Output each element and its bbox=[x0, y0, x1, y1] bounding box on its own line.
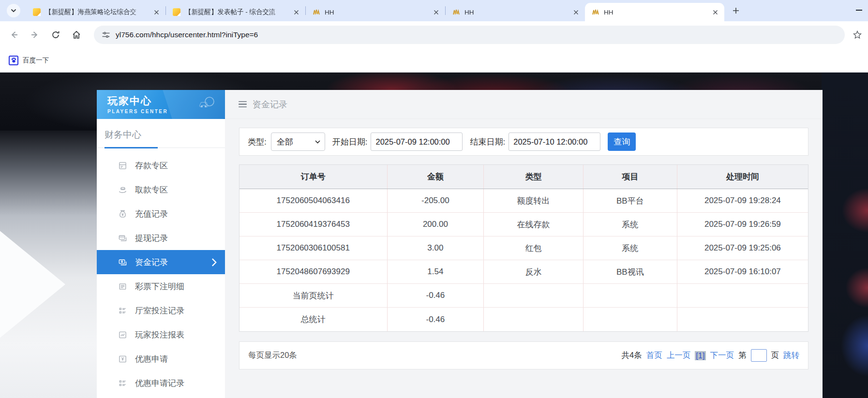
site-info-icon[interactable] bbox=[102, 30, 110, 39]
forward-arrow-icon bbox=[30, 30, 40, 40]
cell-time: 2025-07-09 19:26:59 bbox=[677, 213, 808, 236]
type-select[interactable]: 全部 bbox=[271, 133, 325, 151]
tab-close-icon[interactable] bbox=[152, 8, 161, 16]
cell-time: 2025-07-09 19:25:06 bbox=[677, 236, 808, 260]
chevron-right-icon bbox=[210, 258, 219, 267]
tab-close-icon[interactable] bbox=[572, 8, 580, 16]
sidebar-item-deposit[interactable]: 存款专区 bbox=[97, 153, 225, 177]
table-row-total-stats: 总统计 -0.46 bbox=[239, 308, 808, 331]
address-bar[interactable]: yl756.com/hhcp/usercenter.html?iniType=6 bbox=[94, 26, 845, 44]
home-button[interactable] bbox=[70, 29, 83, 41]
hh-favicon-icon bbox=[452, 8, 460, 16]
table-row: 1752060504063416 -205.00 额度转出 BB平台 2025-… bbox=[239, 189, 808, 213]
detailed-list-icon bbox=[118, 306, 127, 315]
detailed-list-icon bbox=[118, 379, 127, 388]
page-title: 资金记录 bbox=[253, 99, 287, 110]
start-date-input[interactable] bbox=[371, 133, 463, 151]
sidebar-item-funds-records[interactable]: 资金记录 bbox=[97, 250, 225, 274]
chevron-down-icon bbox=[11, 9, 16, 13]
browser-toolbar: yl756.com/hhcp/usercenter.html?iniType=6 bbox=[0, 21, 868, 48]
bookmark-baidu[interactable]: 百度一下 bbox=[9, 56, 49, 65]
home-icon bbox=[72, 30, 81, 40]
hh-favicon-icon bbox=[313, 8, 320, 16]
table-header-row: 订单号 金额 类型 项目 处理时间 bbox=[239, 165, 808, 189]
cell-type: 额度转出 bbox=[484, 189, 584, 212]
sidebar-item-player-bet-report[interactable]: 玩家投注报表 bbox=[97, 323, 225, 347]
reload-button[interactable] bbox=[49, 29, 62, 41]
web-page: 玩家中心 PLAYERS CENTER 财务中心 存款专区 取款专区 bbox=[0, 73, 868, 398]
sidebar-item-withdraw[interactable]: 取款专区 bbox=[97, 177, 225, 202]
cell-amount: -205.00 bbox=[388, 189, 484, 212]
tab-title: HH bbox=[604, 9, 707, 16]
sidebar-item-hall-bet-records[interactable]: 厅室投注记录 bbox=[97, 298, 225, 323]
cell-amount: 3.00 bbox=[388, 236, 484, 260]
sidebar-item-lottery-bet-detail[interactable]: 彩票下注明细 bbox=[97, 274, 225, 298]
tab-close-icon[interactable] bbox=[711, 8, 719, 16]
pagination-bar: 每页显示20条 共4条 首页 上一页 [1] 下一页 第 页 跳转 bbox=[239, 341, 808, 369]
tab-forum-post[interactable]: 【新提醒】发表帖子 - 综合交流 bbox=[166, 3, 305, 21]
browser-window: 【新提醒】海燕策略论坛综合交 【新提醒】发表帖子 - 综合交流 HH HH bbox=[0, 0, 868, 398]
tab-hh-2[interactable]: HH bbox=[446, 3, 585, 21]
page-jump-suffix: 页 bbox=[771, 350, 779, 361]
total-count: 共4条 bbox=[621, 350, 642, 361]
cell-amount: 1.54 bbox=[388, 260, 484, 283]
tab-search-button[interactable] bbox=[7, 4, 20, 17]
cell-project: BB平台 bbox=[584, 189, 677, 212]
tab-forum-thread[interactable]: 【新提醒】海燕策略论坛综合交 bbox=[26, 3, 165, 21]
tab-title: 【新提醒】发表帖子 - 综合交流 bbox=[185, 8, 288, 16]
end-date-label: 结束日期: bbox=[470, 136, 505, 147]
next-page-link[interactable]: 下一页 bbox=[710, 350, 734, 361]
cards-icon bbox=[118, 234, 127, 243]
forward-button[interactable] bbox=[29, 29, 41, 41]
start-date-label: 开始日期: bbox=[332, 136, 368, 147]
gamepad-icon bbox=[196, 96, 215, 110]
tab-close-icon[interactable] bbox=[292, 8, 300, 16]
main-header: 资金记录 bbox=[225, 90, 823, 119]
pagination-controls: 共4条 首页 上一页 [1] 下一页 第 页 跳转 bbox=[621, 349, 799, 362]
cell-amount: -0.46 bbox=[388, 308, 484, 331]
jump-link[interactable]: 跳转 bbox=[783, 350, 799, 361]
page-jump-prefix: 第 bbox=[738, 350, 747, 361]
cell-order-no: 1752048607693929 bbox=[239, 260, 388, 283]
current-page-indicator[interactable]: [1] bbox=[695, 351, 705, 360]
cell-order-no: 1752060504063416 bbox=[239, 189, 388, 212]
sidebar-item-recharge-records[interactable]: 充值记录 bbox=[97, 202, 225, 226]
cell-stats-label: 总统计 bbox=[239, 308, 388, 331]
cell-time: 2025-07-09 19:28:24 bbox=[677, 189, 808, 212]
forum-favicon-icon bbox=[173, 8, 180, 16]
cell-order-no: 1752060306100581 bbox=[239, 236, 388, 260]
search-button[interactable]: 查询 bbox=[608, 133, 636, 151]
page-size-text: 每页显示20条 bbox=[248, 350, 297, 361]
sidebar-item-withdrawal-records[interactable]: 提现记录 bbox=[97, 226, 225, 250]
first-page-link[interactable]: 首页 bbox=[646, 350, 662, 361]
cell-empty bbox=[677, 284, 808, 307]
sidebar-menu: 存款专区 取款专区 充值记录 提现记录 bbox=[97, 148, 225, 395]
receipt-list-icon bbox=[118, 282, 127, 291]
back-button[interactable] bbox=[8, 29, 20, 41]
sidebar-item-promo-apply[interactable]: 优惠申请 bbox=[97, 347, 225, 371]
tab-hh-active[interactable]: HH bbox=[585, 3, 724, 21]
cell-time: 2025-07-09 16:10:07 bbox=[677, 260, 808, 283]
prev-page-link[interactable]: 上一页 bbox=[667, 350, 691, 361]
reload-icon bbox=[51, 30, 60, 40]
bookmark-star-button[interactable] bbox=[852, 29, 863, 41]
main-panel: 资金记录 类型: 全部 开始日期: 结束日期: 查询 bbox=[225, 90, 823, 398]
sidebar-header: 玩家中心 PLAYERS CENTER bbox=[97, 90, 225, 119]
background-right-blobs bbox=[822, 73, 868, 398]
minimize-icon[interactable] bbox=[856, 10, 862, 11]
column-header-order-no: 订单号 bbox=[239, 165, 388, 189]
url-text[interactable]: yl756.com/hhcp/usercenter.html?iniType=6 bbox=[116, 30, 258, 39]
back-arrow-icon bbox=[9, 30, 19, 40]
sidebar-item-promo-apply-records[interactable]: 优惠申请记录 bbox=[97, 371, 225, 395]
cell-stats-label: 当前页统计 bbox=[239, 284, 388, 307]
tab-close-icon[interactable] bbox=[432, 8, 440, 16]
page-jump-input[interactable] bbox=[751, 349, 767, 362]
new-tab-button[interactable] bbox=[729, 4, 743, 17]
tab-title: 【新提醒】海燕策略论坛综合交 bbox=[45, 8, 148, 16]
tab-strip: 【新提醒】海燕策略论坛综合交 【新提醒】发表帖子 - 综合交流 HH HH bbox=[0, 0, 868, 21]
tab-hh-1[interactable]: HH bbox=[306, 3, 445, 21]
end-date-input[interactable] bbox=[509, 133, 600, 151]
cell-project: 系统 bbox=[584, 236, 677, 260]
cell-amount: -0.46 bbox=[388, 284, 484, 307]
cell-empty bbox=[584, 308, 677, 331]
